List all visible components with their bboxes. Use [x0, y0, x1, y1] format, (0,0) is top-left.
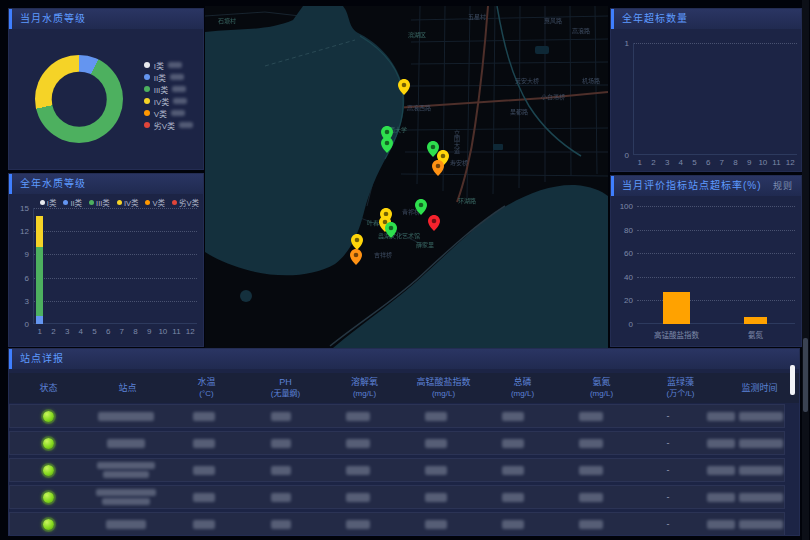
- table-scrollbar-thumb[interactable]: [790, 365, 795, 395]
- legend-item-I类[interactable]: I类: [40, 197, 57, 208]
- legend-item-III类[interactable]: III类: [144, 83, 193, 95]
- pin-icon: [351, 234, 363, 250]
- x-axis-tick: 4: [679, 158, 683, 167]
- panel-station-report-header: 站点详报: [9, 349, 799, 369]
- stack-bar-segment-III类[interactable]: [36, 247, 43, 317]
- map-label: 惠风路: [544, 16, 562, 25]
- status-ok-dot: [43, 411, 54, 422]
- rate-rules-link[interactable]: 规则: [773, 176, 793, 196]
- table-row[interactable]: -: [9, 404, 785, 428]
- gridline-15: [33, 208, 197, 209]
- legend-item-IV类[interactable]: IV类: [144, 95, 193, 107]
- annual-grade-stacked-chart[interactable]: 03691215123456789101112: [33, 208, 197, 324]
- y-axis-tick: 20: [624, 296, 633, 305]
- x-axis-tick: 8: [733, 158, 737, 167]
- station-pin-green[interactable]: [381, 137, 393, 153]
- legend-label: IV类: [154, 96, 170, 107]
- gridline-6: [33, 278, 197, 279]
- y-axis-line: [33, 208, 34, 324]
- cell-value: [320, 412, 397, 421]
- col-header-总磷: 总磷(mg/L): [483, 373, 562, 403]
- redacted-value: [579, 466, 603, 475]
- redacted-value: [271, 439, 291, 448]
- cell-time: [707, 493, 784, 502]
- gridline-20: [637, 300, 795, 301]
- status-ok-dot: [43, 465, 54, 476]
- station-pin-orange[interactable]: [350, 249, 362, 265]
- redacted-value: [579, 439, 603, 448]
- col-header-站点: 站点: [88, 373, 167, 403]
- x-axis-line: [637, 323, 795, 324]
- legend-dot: [40, 200, 45, 205]
- annual-exceed-chart[interactable]: 01123456789101112: [633, 43, 797, 155]
- pin-icon: [432, 160, 444, 176]
- cell-value: [552, 466, 629, 475]
- y-axis-tick: 12: [20, 227, 29, 236]
- map-label: 环湖路: [458, 196, 476, 205]
- col-header-name: 溶解氧: [351, 377, 378, 388]
- legend-item-V类[interactable]: V类: [144, 107, 193, 119]
- rate-bar-氨氮[interactable]: [744, 317, 767, 324]
- stack-bar-segment-II类[interactable]: [36, 316, 43, 324]
- status-ok-dot: [43, 438, 54, 449]
- stack-bar-segment-IV类[interactable]: [36, 216, 43, 247]
- legend-item-III类[interactable]: III类: [89, 197, 110, 208]
- gridline-100: [637, 206, 795, 207]
- station-map[interactable]: 石塘村五星村滨湖区惠风路高浪路天安大桥机场路小白荡桥高浪西路吴都路江南大学立国大…: [205, 6, 608, 348]
- legend-item-I类[interactable]: I类: [144, 59, 193, 71]
- table-row[interactable]: -: [9, 512, 785, 535]
- legend-value-redacted: [171, 110, 185, 116]
- legend-label: III类: [154, 84, 169, 95]
- legend-item-II类[interactable]: II类: [63, 197, 82, 208]
- water-grade-donut-chart[interactable]: [35, 55, 123, 143]
- station-pin-green[interactable]: [385, 222, 397, 238]
- legend-item-劣V类[interactable]: 劣V类: [172, 197, 199, 208]
- station-pin-yellow[interactable]: [351, 234, 363, 250]
- cell-station: [87, 462, 164, 478]
- col-header-name: 高锰酸盐指数: [416, 377, 470, 388]
- legend-label: I类: [154, 60, 164, 71]
- cell-time: [707, 412, 784, 421]
- station-pin-orange[interactable]: [432, 160, 444, 176]
- legend-dot: [144, 98, 150, 104]
- rate-bar-高锰酸盐指数[interactable]: [663, 292, 690, 324]
- y-axis-tick: 15: [20, 204, 29, 213]
- table-row[interactable]: -: [9, 458, 785, 482]
- monthly-rate-bar-chart[interactable]: 020406080100高锰酸盐指数氨氮: [637, 206, 795, 324]
- station-pin-yellow[interactable]: [398, 79, 410, 95]
- redacted-value: [579, 520, 603, 529]
- map-label: 寿安桥: [450, 158, 468, 167]
- y-axis-tick: 0: [629, 320, 633, 329]
- panel-monthly-rate: 当月评价指标站点超标率(%) 规则 020406080100高锰酸盐指数氨氮: [610, 175, 802, 347]
- cell-value: [165, 493, 242, 502]
- dashboard: 当月水质等级 I类II类III类IV类V类劣V类 全年水质等级 I类II类III…: [0, 0, 810, 540]
- legend-item-V类[interactable]: V类: [145, 197, 165, 208]
- legend-item-IV类[interactable]: IV类: [117, 197, 139, 208]
- y-axis-tick: 60: [624, 249, 633, 258]
- station-pin-red[interactable]: [428, 215, 440, 231]
- redacted-value: [425, 439, 447, 448]
- col-header-name: 站点: [118, 383, 136, 394]
- table-row[interactable]: -: [9, 431, 785, 455]
- panel-monthly-grade: 当月水质等级 I类II类III类IV类V类劣V类: [8, 8, 204, 170]
- redacted-value: [346, 493, 370, 502]
- cell-value: [474, 439, 551, 448]
- page-scrollbar-thumb[interactable]: [803, 338, 808, 412]
- map-label: 立国大道: [453, 130, 462, 154]
- y-axis-tick: 9: [25, 250, 29, 259]
- cell-value: [320, 439, 397, 448]
- map-label: 高浪西路: [407, 103, 431, 112]
- map-label: 叶春: [367, 218, 379, 227]
- pin-icon: [350, 249, 362, 265]
- legend-item-II类[interactable]: II类: [144, 71, 193, 83]
- x-axis-tick: 6: [706, 158, 710, 167]
- table-row[interactable]: -: [9, 485, 785, 509]
- col-header-unit: (无量纲): [271, 388, 300, 399]
- redacted-value: [739, 466, 783, 475]
- legend-item-劣V类[interactable]: 劣V类: [144, 119, 193, 131]
- station-pin-green[interactable]: [415, 199, 427, 215]
- x-axis-tick: 7: [120, 327, 124, 336]
- panel-annual-grade-title: 全年水质等级: [20, 178, 86, 189]
- redacted-value: [502, 520, 524, 529]
- cell-value: [474, 412, 551, 421]
